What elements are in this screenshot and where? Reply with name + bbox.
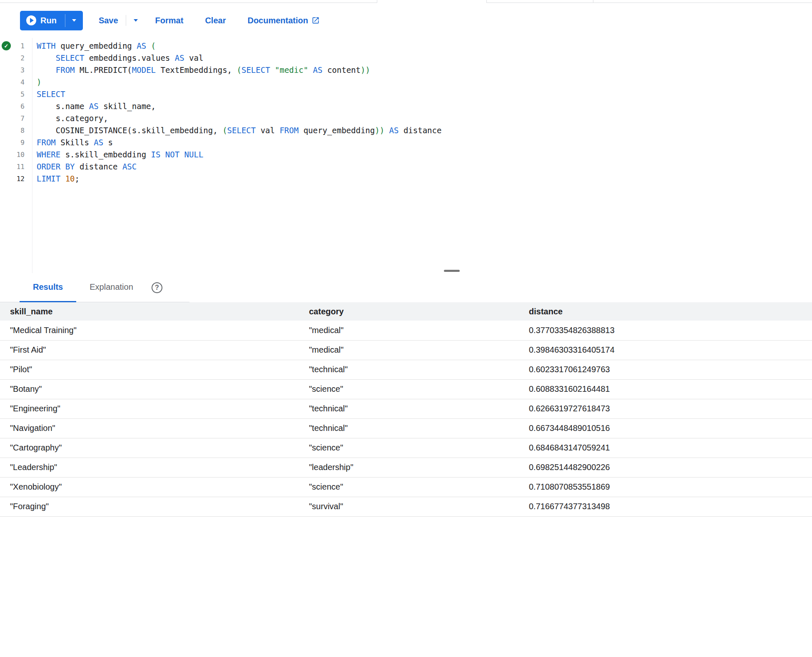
run-button-label: Run [40, 16, 57, 25]
save-divider [126, 15, 126, 26]
run-button[interactable]: Run [20, 11, 65, 30]
code-line-3: FROM ML.PREDICT(MODEL TextEmbeddings, (S… [37, 64, 812, 76]
code-token: embeddings.values [84, 53, 174, 62]
code-token: ML.PREDICT( [75, 65, 132, 75]
format-button[interactable]: Format [155, 16, 184, 25]
table-cell: "survival" [299, 497, 519, 516]
table-cell: "medical" [299, 340, 519, 360]
table-cell: "Leadership" [0, 458, 299, 477]
tab-separator [377, 0, 377, 3]
table-cell: 0.7166774377313498 [519, 497, 812, 516]
code-token: WHERE [37, 150, 60, 159]
open-in-new-icon [311, 16, 320, 25]
table-cell: 0.6088331602164481 [519, 379, 812, 399]
table-cell: 0.6982514482900226 [519, 458, 812, 477]
code-token: WITH [37, 41, 56, 50]
column-header-distance: distance [519, 302, 812, 321]
line-number: 7 [20, 112, 25, 124]
code-token: query_embedding [299, 126, 375, 135]
table-cell: "Cartography" [0, 438, 299, 458]
column-header-skill_name: skill_name [0, 302, 299, 321]
line-number: 1 [20, 40, 25, 52]
code-token: Skills [56, 138, 94, 147]
documentation-link-label: Documentation [247, 16, 308, 25]
save-button[interactable]: Save [99, 16, 118, 25]
code-token: )) [375, 126, 384, 135]
code-token: SELECT [56, 53, 85, 62]
tab-results[interactable]: Results [20, 273, 76, 302]
query-toolbar: Run Save Format Clear Documentation [0, 3, 812, 38]
table-row: "Pilot""technical"0.6023317061249763 [0, 360, 812, 379]
line-number: 9 [20, 137, 25, 149]
table-row: "Leadership""leadership"0.69825144829002… [0, 458, 812, 477]
code-token: SELECT [242, 65, 270, 75]
table-row: "Botany""science"0.6088331602164481 [0, 379, 812, 399]
table-cell: "First Aid" [0, 340, 299, 360]
table-row: "Engineering""technical"0.62663197276184… [0, 399, 812, 418]
code-token: distance [399, 126, 441, 135]
table-cell: 0.7108070853551869 [519, 477, 812, 497]
line-number: 6 [20, 100, 25, 112]
table-row: "Foraging""survival"0.7166774377313498 [0, 497, 812, 516]
table-cell: "Xenobiology" [0, 477, 299, 497]
run-button-group: Run [20, 11, 83, 30]
tab-separator [593, 0, 593, 3]
code-token: ( [222, 126, 227, 135]
code-token: ( [237, 65, 241, 75]
code-token: LIMIT [37, 174, 60, 183]
table-cell: "leadership" [299, 458, 519, 477]
code-token: ASC [122, 162, 137, 171]
run-options-button[interactable] [65, 11, 83, 30]
table-row: "Medical Training""medical"0.37703354826… [0, 321, 812, 340]
code-line-9: FROM Skills AS s [37, 137, 812, 149]
code-token: val [256, 126, 279, 135]
results-table: skill_namecategorydistance "Medical Trai… [0, 302, 812, 517]
code-line-10: WHERE s.skill_embedding IS NOT NULL [37, 149, 812, 161]
code-token: AS [389, 126, 399, 135]
chevron-down-icon [134, 19, 138, 22]
code-token: s.name [37, 102, 89, 111]
gutter-line-6: 6 [0, 100, 32, 112]
table-cell: "Navigation" [0, 418, 299, 438]
code-token [37, 53, 56, 62]
table-cell: "Engineering" [0, 399, 299, 418]
save-options-button[interactable] [134, 19, 138, 22]
tab-explanation[interactable]: Explanation [76, 273, 147, 302]
code-token: ( [146, 41, 156, 50]
table-cell: 0.39846303316405174 [519, 340, 812, 360]
table-row: "Xenobiology""science"0.7108070853551869 [0, 477, 812, 497]
code-token: ; [75, 174, 80, 183]
table-cell: "science" [299, 477, 519, 497]
editor-code-area[interactable]: WITH query_embedding AS ( SELECT embeddi… [32, 38, 812, 273]
line-number: 3 [20, 64, 25, 76]
table-cell: 0.6673448489010516 [519, 418, 812, 438]
help-icon[interactable]: ? [152, 282, 162, 293]
code-token: AS [175, 53, 184, 62]
gutter-line-3: 3 [0, 64, 32, 76]
pane-resize-handle[interactable] [444, 270, 460, 272]
chevron-down-icon [72, 19, 76, 22]
table-cell: 0.6023317061249763 [519, 360, 812, 379]
documentation-link[interactable]: Documentation [247, 16, 320, 25]
tab-separator [486, 0, 487, 3]
table-cell: "Medical Training" [0, 321, 299, 340]
clear-button[interactable]: Clear [205, 16, 226, 25]
code-token: distance [75, 162, 122, 171]
code-token: AS [313, 65, 323, 75]
gutter-line-12: 12 [0, 173, 32, 185]
sql-editor[interactable]: ✓123456789101112 WITH query_embedding AS… [0, 38, 812, 273]
code-token: s.skill_embedding [60, 150, 151, 159]
code-token: AS [137, 41, 146, 50]
code-token: AS [94, 138, 103, 147]
table-cell: "science" [299, 438, 519, 458]
gutter-line-7: 7 [0, 112, 32, 124]
code-token: )) [361, 65, 370, 75]
query-valid-check-icon: ✓ [2, 41, 11, 50]
table-cell: "medical" [299, 321, 519, 340]
line-number: 11 [17, 161, 25, 173]
code-token: query_embedding [56, 41, 137, 50]
table-cell: "Foraging" [0, 497, 299, 516]
table-cell: "Pilot" [0, 360, 299, 379]
save-group: Save [99, 15, 138, 26]
table-row: "Navigation""technical"0.667344848901051… [0, 418, 812, 438]
